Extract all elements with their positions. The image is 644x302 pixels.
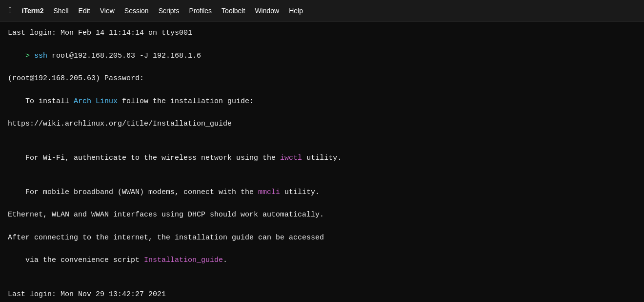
iterm2-menu[interactable]: iTerm2 <box>17 5 49 17</box>
wifi-text: For Wi-Fi, authenticate to the wireless … <box>25 154 280 162</box>
follow-text: follow the installation guide: <box>118 97 254 106</box>
terminal[interactable]: Last login: Mon Feb 14 11:14:14 on ttys0… <box>0 22 644 302</box>
ssh-args: root@192.168.205.63 -J 192.168.1.6 <box>47 52 201 60</box>
mobile-line: For mobile broadband (WWAN) modems, conn… <box>8 175 636 209</box>
session-menu[interactable]: Session <box>120 5 154 17</box>
install-line: To install Arch Linux follow the install… <box>8 84 636 118</box>
blank-line-2 <box>8 220 636 232</box>
convenience-script-line: via the convenience script Installation_… <box>8 243 636 278</box>
prompt-arrow: > <box>25 52 34 60</box>
blank-line-3 <box>8 278 636 289</box>
via-text: via the convenience script <box>25 256 144 264</box>
prompt-line: root@archiso ~ # <box>8 300 636 302</box>
iwctl-text: iwctl <box>280 154 302 162</box>
mobile-text: For mobile broadband (WWAN) modems, conn… <box>25 188 258 196</box>
blank-line-1 <box>8 129 636 141</box>
period: . <box>223 256 227 264</box>
toolbelt-menu[interactable]: Toolbelt <box>217 5 250 17</box>
edit-menu[interactable]: Edit <box>74 5 95 17</box>
scripts-menu[interactable]: Scripts <box>154 5 184 17</box>
to-install-text: To install <box>25 97 74 106</box>
ssh-command-line: > ssh root@192.168.205.63 -J 192.168.1.6 <box>8 39 636 73</box>
wifi-rest: utility. <box>302 154 342 162</box>
wifi-line: For Wi-Fi, authenticate to the wireless … <box>8 141 636 175</box>
view-menu[interactable]: View <box>95 5 120 17</box>
ssh-keyword: ssh <box>34 52 47 60</box>
after-connecting-line: After connecting to the internet, the in… <box>8 232 636 243</box>
apple-menu[interactable]:  <box>4 3 17 18</box>
url-line: https://wiki.archlinux.org/title/Install… <box>8 118 636 129</box>
ethernet-line: Ethernet, WLAN and WWAN interfaces using… <box>8 209 636 220</box>
password-line: (root@192.168.205.63) Password: <box>8 73 636 84</box>
help-menu[interactable]: Help <box>284 5 308 17</box>
mmcli-text: mmcli <box>258 188 280 196</box>
window-menu[interactable]: Window <box>250 5 284 17</box>
installation-guide-link: Installation_guide <box>144 256 223 264</box>
mobile-rest: utility. <box>280 188 320 196</box>
menubar:  iTerm2 Shell Edit View Session Scripts… <box>0 0 644 22</box>
last-login-line2: Last login: Mon Nov 29 13:42:27 2021 <box>8 289 636 300</box>
last-login-line1: Last login: Mon Feb 14 11:14:14 on ttys0… <box>8 27 636 39</box>
shell-menu[interactable]: Shell <box>48 5 73 17</box>
arch-linux-text: Arch Linux <box>74 97 118 106</box>
profiles-menu[interactable]: Profiles <box>184 5 217 17</box>
